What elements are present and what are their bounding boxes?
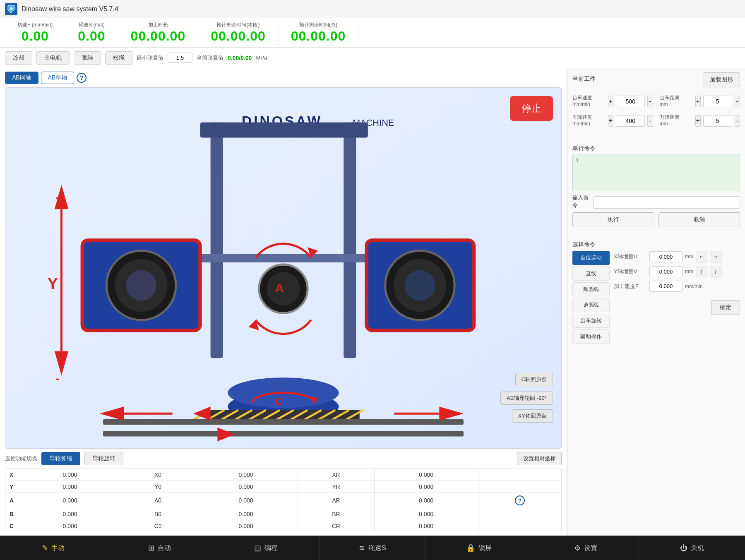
cmd-item-cw-arc[interactable]: 顺圆弧 <box>572 282 610 296</box>
nav-program[interactable]: ▤ 编程 <box>213 536 320 560</box>
metric-duration: 加工时长 00.00.00 <box>118 20 199 46</box>
nav-auto[interactable]: ⊞ 自动 <box>106 536 213 560</box>
coordinate-table: X 0.000 X0 0.000 XR 0.000 Y 0.000 Y0 0.0… <box>5 469 562 532</box>
machine-visualization: DINOSAW MACHINE <box>5 87 562 449</box>
lift-speed-input[interactable] <box>616 115 645 127</box>
cancel-button[interactable]: 取消 <box>658 212 740 227</box>
select-cmd-label: 选择命令 <box>572 241 596 248</box>
select-command-section: 选择命令 点位运动 直线 顺圆弧 逆圆弧 台车旋转 辅助操作 X轴增量U mm <box>572 241 740 344</box>
cmd-item-ccw-arc[interactable]: 逆圆弧 <box>572 298 610 312</box>
mode-help-icon[interactable]: ? <box>77 73 87 83</box>
svg-rect-42 <box>103 431 464 436</box>
cart-dist-minus-button[interactable]: - <box>735 96 740 107</box>
single-command-section: 单行命令 1 输入命令 执行 取消 <box>572 145 740 227</box>
min-tension-label: 最小张紧值 <box>137 54 163 62</box>
command-textarea[interactable] <box>572 154 740 191</box>
power-icon: ⏻ <box>680 544 687 553</box>
metrics-bar: 切速F (mm/min) 0.00 绳速S (m/s) 0.00 加工时长 00… <box>0 18 745 48</box>
cmd-item-cart-rotate[interactable]: 台车旋转 <box>572 314 610 328</box>
svg-rect-7 <box>179 254 387 262</box>
load-shape-button[interactable]: 加载图形 <box>703 72 740 87</box>
cut-speed-value: 0.00 <box>22 29 49 44</box>
cart-speed-plus-button[interactable]: + <box>608 96 613 107</box>
ab-axis-wheel-button[interactable]: AB轴导轮回 -90° <box>500 392 553 405</box>
single-cmd-label: 单行命令 <box>572 145 596 151</box>
cart-speed-label: 台车速度mm/min <box>572 95 606 108</box>
y-up-arrow-button[interactable]: ↑ <box>696 266 707 277</box>
lift-speed-minus-button[interactable]: - <box>647 115 653 127</box>
y-axis-input[interactable] <box>649 266 683 277</box>
guide-extend-button[interactable]: 导轮伸缩 <box>41 452 80 465</box>
app-logo <box>5 3 17 15</box>
title-bar: Dinosaw wire saw system V5.7.4 <box>0 0 745 18</box>
lift-dist-plus-button[interactable]: + <box>695 115 701 127</box>
cart-dist-input[interactable] <box>703 96 732 107</box>
loosen-button[interactable]: 松绳 <box>105 51 132 65</box>
tension-unit: MPa <box>256 55 267 61</box>
remain-total-label: 预计剩余时间(总) <box>299 22 337 29</box>
line-number: 1 <box>576 157 579 163</box>
command-list: 点位运动 直线 顺圆弧 逆圆弧 台车旋转 辅助操作 <box>572 251 610 344</box>
metric-remain-total: 预计剩余时间(总) 00.00.00 <box>279 20 359 46</box>
stop-button[interactable]: 停止 <box>510 96 553 121</box>
left-panel: AB同轴 AB单轴 ? <box>0 68 567 536</box>
nav-settings[interactable]: ⚙ 设置 <box>532 536 639 560</box>
xy-axis-home-button[interactable]: XY轴回原点 <box>512 409 553 423</box>
command-input[interactable] <box>594 196 740 209</box>
cart-speed-input[interactable] <box>616 96 645 107</box>
lift-speed-plus-button[interactable]: + <box>608 115 613 127</box>
lift-dist-input[interactable] <box>703 115 732 127</box>
machine-svg: DINOSAW MACHINE <box>5 88 561 448</box>
table-row: C 0.000 C0 0.000 CR 0.000 <box>5 520 562 532</box>
nav-program-label: 编程 <box>264 544 278 553</box>
y-down-arrow-button[interactable]: ↓ <box>710 266 721 277</box>
table-row: B 0.000 B0 0.000 BR 0.000 <box>5 508 562 520</box>
guide-rotate-button[interactable]: 导轮旋转 <box>84 452 123 465</box>
x-axis-input[interactable] <box>649 251 683 262</box>
cmd-item-aux-ops[interactable]: 辅助操作 <box>572 329 610 344</box>
bottom-controls: 遥控功能切换 导轮伸缩 导轮旋转 设置相对坐标 <box>5 452 562 465</box>
machining-speed-input[interactable] <box>649 281 683 292</box>
svg-text:-: - <box>56 373 60 385</box>
nav-lock-screen[interactable]: 🔒 锁屏 <box>426 536 532 560</box>
execute-button[interactable]: 执行 <box>572 212 654 227</box>
workpiece-row: 当前工件 加载图形 <box>572 72 740 87</box>
svg-rect-5 <box>344 123 356 358</box>
c-axis-home-button[interactable]: C轴回原点 <box>515 373 553 386</box>
help-circle-icon[interactable]: ? <box>515 495 525 505</box>
x-left-arrow-button[interactable]: ← <box>696 251 707 262</box>
lift-dist-minus-button[interactable]: - <box>735 115 740 127</box>
nav-manual[interactable]: ✎ 手动 <box>0 536 106 560</box>
x-right-arrow-button[interactable]: → <box>710 251 721 262</box>
metric-cut-speed: 切速F (mm/min) 0.00 <box>5 20 65 46</box>
cart-speed-minus-button[interactable]: - <box>647 96 653 107</box>
rope-speed-label: 绳速S (m/s) <box>79 22 105 29</box>
cmd-item-line[interactable]: 直线 <box>572 267 610 281</box>
y-axis-row: Y轴增量V mm ↑ ↓ <box>614 266 740 277</box>
svg-text:C: C <box>275 397 282 407</box>
remain-total-value: 00.00.00 <box>291 29 346 44</box>
confirm-button[interactable]: 确定 <box>711 300 740 315</box>
svg-point-15 <box>126 270 156 301</box>
x-axis-row: X轴增量U mm ← → <box>614 251 740 262</box>
min-tension-input[interactable] <box>168 53 192 63</box>
nav-rope-speed[interactable]: ≋ 绳速S <box>320 536 426 560</box>
tab-ab-single[interactable]: AB单轴 <box>41 72 74 84</box>
tighten-button[interactable]: 张绳 <box>74 51 101 65</box>
svg-point-0 <box>10 7 13 10</box>
mode-tabs: AB同轴 AB单轴 ? <box>5 72 562 84</box>
tab-ab-coaxial[interactable]: AB同轴 <box>5 72 38 84</box>
cmd-item-point-move[interactable]: 点位运动 <box>572 251 610 265</box>
cart-dist-plus-button[interactable]: + <box>695 96 701 107</box>
metric-remain-segment: 预计剩余时间(本段) 00.00.00 <box>198 20 279 46</box>
nav-shutdown-label: 关机 <box>691 544 704 553</box>
svg-rect-4 <box>211 123 223 358</box>
cart-speed-row: 台车速度mm/min + - 台车距离mm + - <box>572 95 740 108</box>
speed-row: 加工速度F mm/min <box>614 281 740 292</box>
remain-segment-label: 预计剩余时间(本段) <box>216 22 260 29</box>
cooling-button[interactable]: 冷却 <box>5 51 32 65</box>
cut-speed-label: 切速F (mm/min) <box>17 22 53 29</box>
set-relative-coord-button[interactable]: 设置相对坐标 <box>517 452 562 465</box>
nav-shutdown[interactable]: ⏻ 关机 <box>639 536 745 560</box>
main-motor-button[interactable]: 主电机 <box>36 51 70 65</box>
